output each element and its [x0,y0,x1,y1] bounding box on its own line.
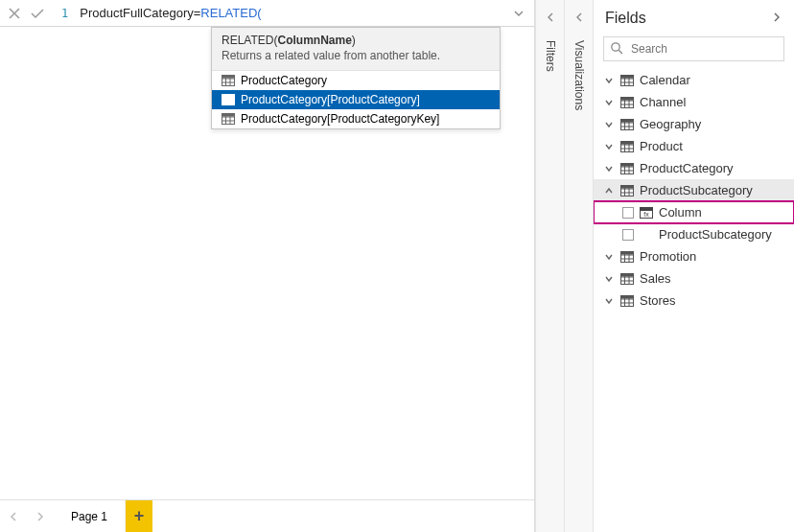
table-name: ProductSubcategory [640,183,753,197]
chevron-down-icon [603,274,615,284]
field-row[interactable]: ProductSubcategory [594,223,794,245]
chevron-down-icon [603,98,615,107]
field-name: ProductSubcategory [659,227,772,242]
table-name: Promotion [640,249,696,264]
tooltip-signature: RELATED(ColumnName) [222,34,490,47]
side-rails: Filters Visualizations [535,0,593,532]
svg-line-19 [619,50,622,54]
svg-rect-17 [222,114,235,117]
table-row[interactable]: Channel [594,91,794,113]
autocomplete-item[interactable]: ProductCategory[ProductCategoryKey] [212,109,500,128]
autocomplete-list[interactable]: ProductCategory ProductCategory[ProductC… [212,71,500,128]
svg-rect-55 [621,185,634,188]
svg-rect-70 [621,273,634,276]
formula-input[interactable]: ProductFullCategory=RELATED( [80,6,503,20]
table-icon [620,163,634,174]
fields-pane: Fields CalendarChannelGeographyProductPr… [593,0,794,532]
table-name: ProductCategory [640,161,734,175]
table-name: Channel [640,95,686,109]
field-row[interactable]: fxColumn [594,201,794,223]
table-row[interactable]: ProductSubcategory [594,179,794,201]
app-root: 1 ProductFullCategory=RELATED( RELATED(C… [0,0,794,532]
page-prev-button[interactable] [0,500,27,533]
visualizations-rail[interactable]: Visualizations [564,0,593,532]
page-next-button[interactable] [27,500,54,533]
search-icon [610,41,623,58]
search-input[interactable] [603,36,784,61]
chevron-down-icon [603,252,615,262]
formula-line-number: 1 [61,7,68,20]
fields-search [603,36,784,61]
table-icon [620,185,634,197]
svg-rect-37 [621,119,634,122]
tables-list: CalendarChannelGeographyProductProductCa… [594,69,794,532]
field-checkbox[interactable] [622,229,634,241]
tooltip-description: Returns a related value from another tab… [222,49,490,62]
chevron-down-icon [603,164,615,173]
svg-text:fx: fx [643,211,649,218]
table-name: Sales [640,271,671,286]
table-icon [620,97,634,108]
collapse-pane-button[interactable] [771,10,782,27]
svg-rect-31 [621,97,634,100]
filters-label: Filters [544,40,557,72]
field-name: Column [659,205,702,220]
table-icon [222,75,235,86]
svg-rect-64 [621,251,634,254]
autocomplete-label: ProductCategory [241,74,327,87]
svg-rect-43 [621,141,634,144]
svg-rect-25 [621,75,634,78]
expand-formula-button[interactable] [509,4,528,23]
svg-rect-5 [222,76,235,79]
table-row[interactable]: Geography [594,113,794,135]
table-icon [620,75,634,86]
table-name: Geography [640,117,701,131]
svg-rect-49 [621,163,634,166]
autocomplete-label: ProductCategory[ProductCategory] [241,93,420,106]
table-row[interactable]: Product [594,135,794,157]
canvas-area: 1 ProductFullCategory=RELATED( RELATED(C… [0,0,535,532]
chevron-down-icon [603,296,615,306]
intellisense-tooltip: RELATED(ColumnName) Returns a related va… [211,27,501,129]
calculated-column-icon: fx [640,206,653,220]
table-row[interactable]: Promotion [594,245,794,267]
expand-left-icon [545,10,556,27]
table-icon [222,94,235,105]
table-icon [620,295,634,307]
table-name: Stores [640,293,676,308]
svg-rect-11 [222,95,235,98]
fields-title: Fields [605,10,646,27]
autocomplete-item[interactable]: ProductCategory[ProductCategory] [212,90,500,109]
table-row[interactable]: ProductCategory [594,157,794,179]
table-row[interactable]: Stores [594,289,794,312]
table-icon [620,273,634,285]
page-tabs: Page 1 + [0,499,534,532]
field-checkbox[interactable] [622,207,634,219]
table-name: Product [640,139,683,153]
svg-point-18 [612,43,619,51]
autocomplete-label: ProductCategory[ProductCategoryKey] [241,112,439,126]
table-row[interactable]: Calendar [594,69,794,91]
fields-header: Fields [594,0,794,35]
table-icon [620,119,634,130]
table-icon [620,141,634,152]
chevron-down-icon [603,120,615,129]
chevron-up-icon [603,186,615,196]
table-name: Calendar [640,73,690,87]
chevron-down-icon [603,76,615,85]
filters-rail[interactable]: Filters [535,0,564,532]
tooltip-header: RELATED(ColumnName) Returns a related va… [212,28,500,71]
formula-bar: 1 ProductFullCategory=RELATED( [0,0,534,27]
cancel-formula-button[interactable] [6,5,23,22]
table-icon [222,113,235,125]
expand-left-icon [573,10,585,27]
chevron-down-icon [603,142,615,151]
page-tab-label: Page 1 [71,510,107,523]
svg-rect-76 [621,295,634,298]
visualizations-label: Visualizations [572,40,586,110]
page-tab[interactable]: Page 1 [54,500,126,532]
add-page-button[interactable]: + [126,500,152,533]
commit-formula-button[interactable] [29,5,46,22]
table-row[interactable]: Sales [594,267,794,289]
autocomplete-item[interactable]: ProductCategory [212,71,500,90]
